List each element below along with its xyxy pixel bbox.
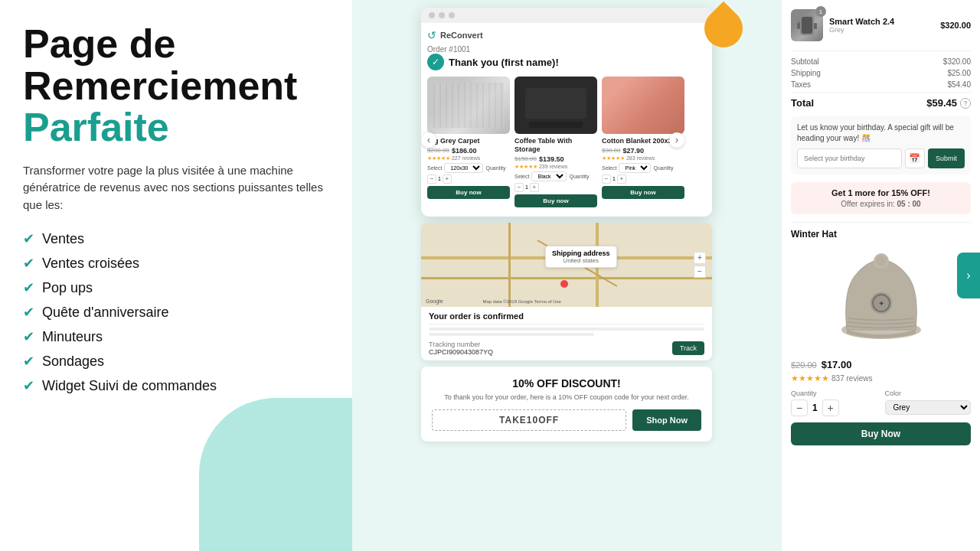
product-name-1: Big Grey Carpet xyxy=(427,137,510,145)
price-row-2: $150.00 $139.50 xyxy=(514,155,597,163)
carousel-left-arrow[interactable]: ‹ xyxy=(421,132,436,148)
birthday-input-row: 📅 Submit xyxy=(797,148,965,168)
birthday-calendar-button[interactable]: 📅 xyxy=(905,148,925,168)
options-row-3: Select Pink Quantity xyxy=(602,163,684,173)
map-zoom-in[interactable]: + xyxy=(694,252,706,264)
hat-color-label: Color xyxy=(885,390,972,397)
map-area: Shipping address United states + − Googl… xyxy=(421,223,712,307)
buy-button-2[interactable]: Buy now xyxy=(514,194,597,207)
total-val: $59.45 xyxy=(926,97,957,109)
birthday-submit-button[interactable]: Submit xyxy=(928,148,965,168)
cart-item-name: Smart Watch 2.4 xyxy=(829,17,934,26)
subtotal-label: Subtotal xyxy=(791,57,819,66)
discount-title: 10% OFF DISCOUNT! xyxy=(432,377,701,390)
list-item: ✔Ventes xyxy=(23,230,329,247)
qty-minus-2[interactable]: − xyxy=(514,183,524,192)
map-zoom-out[interactable]: − xyxy=(694,266,706,278)
hat-image: ✦ xyxy=(831,246,931,353)
left-panel: Page de Remerciement Parfaite Transforme… xyxy=(0,0,352,551)
order-number: Order #1001 xyxy=(427,45,706,54)
product-name-2: Coffee Table With Storage xyxy=(514,137,597,154)
options-row-1: Select 120x30 Quantity xyxy=(427,163,510,173)
hat-buy-button[interactable]: Buy Now xyxy=(791,422,971,445)
taxes-label: Taxes xyxy=(791,80,811,89)
qty-plus-3[interactable]: + xyxy=(617,174,626,184)
check-icon: ✔ xyxy=(23,304,34,321)
summary-subtotal: Subtotal $320.00 xyxy=(791,57,971,66)
summary-total: Total $59.45 ? xyxy=(791,92,971,109)
hat-reviews: 837 reviews xyxy=(831,374,872,383)
product-card-1: Big Grey Carpet $200.00 $186.00 ★★★★★ 22… xyxy=(427,77,510,207)
cart-img-wrapper: 1 xyxy=(791,9,823,41)
center-panel: ↺ ReConvert Order #1001 ✓ Thank you (fir… xyxy=(352,0,781,551)
product-image-blanket xyxy=(602,77,684,134)
birthday-input[interactable] xyxy=(797,148,902,168)
title-line1: Page de xyxy=(23,21,175,66)
check-icon: ✔ xyxy=(23,230,34,247)
check-icon: ✔ xyxy=(23,328,34,345)
qty-ctrl-1: − 1 + xyxy=(427,174,510,184)
qty-minus-3[interactable]: − xyxy=(602,174,611,184)
map-footer: Your order is confirmed Tracking number … xyxy=(421,307,712,360)
check-circle-icon: ✓ xyxy=(427,54,444,70)
tooltip-line2: United states xyxy=(552,257,610,264)
qty-plus-2[interactable]: + xyxy=(530,183,539,192)
product-image-carpet xyxy=(427,77,510,134)
thank-you-row: ✓ Thank you (first name)! xyxy=(427,54,706,70)
price-row-1: $200.00 $186.00 xyxy=(427,147,510,155)
cart-item-price: $320.00 xyxy=(940,21,971,30)
cart-item: 1 Smart Watch 2.4 Grey $320.00 xyxy=(791,9,971,41)
qty-ctrl-2: − 1 + xyxy=(514,183,597,192)
old-price-2: $150.00 xyxy=(514,155,537,162)
qty-val-2: 1 xyxy=(525,184,528,190)
map-pin xyxy=(560,280,568,288)
winter-hat-section: Winter Hat ✦ xyxy=(791,222,971,445)
list-item: ✔Pop ups xyxy=(23,279,329,296)
right-panel: 1 Smart Watch 2.4 Grey $320.00 Subtotal … xyxy=(781,0,980,551)
shop-now-button[interactable]: Shop Now xyxy=(632,409,701,431)
hat-qty-minus[interactable]: − xyxy=(791,399,808,416)
product-select-3[interactable]: Pink xyxy=(619,163,651,173)
stars-1: ★★★★★ 227 reviews xyxy=(427,155,510,161)
discount-section: 10% OFF DISCOUNT! To thank you for your … xyxy=(421,367,712,442)
svg-rect-4 xyxy=(814,23,817,29)
reconvert-header: ↺ ReConvert xyxy=(427,29,706,41)
qty-plus-1[interactable]: + xyxy=(443,174,452,184)
map-controls: + − xyxy=(694,252,706,278)
buy-button-1[interactable]: Buy now xyxy=(427,186,510,199)
old-price-3: $30.00 xyxy=(602,147,620,154)
new-price-2: $139.50 xyxy=(539,155,564,163)
product-card-2: Coffee Table With Storage $150.00 $139.5… xyxy=(514,77,597,207)
order-confirmed: Your order is confirmed xyxy=(429,311,704,324)
old-price-1: $200.00 xyxy=(427,147,449,154)
tracking-label: Tracking number xyxy=(429,341,493,348)
product-select-1[interactable]: 120x30 xyxy=(444,163,483,173)
total-info-icon[interactable]: ? xyxy=(960,98,971,109)
hat-color-select[interactable]: Grey xyxy=(885,400,972,415)
thank-you-text: Thank you (first name)! xyxy=(449,57,559,68)
buy-button-3[interactable]: Buy now xyxy=(602,186,684,199)
coupon-code: TAKE10OFF xyxy=(432,409,626,431)
hat-image-container: ✦ xyxy=(791,246,971,353)
carousel-right-arrow[interactable]: › xyxy=(669,132,684,148)
track-button[interactable]: Track xyxy=(672,341,704,355)
product-select-2[interactable]: Black xyxy=(531,171,567,181)
timer-label: Offer expires in: xyxy=(841,200,894,208)
hat-qty-plus[interactable]: + xyxy=(822,399,839,416)
browser-bar xyxy=(421,8,712,23)
order-summary: Subtotal $320.00 Shipping $25.00 Taxes $… xyxy=(791,51,971,109)
subtotal-val: $320.00 xyxy=(943,57,971,66)
right-scroll-button[interactable]: › xyxy=(957,253,980,298)
qty-val-3: 1 xyxy=(612,176,616,181)
hat-stars: ★★★★★ 837 reviews xyxy=(791,373,971,383)
qty-ctrl-3: − 1 + xyxy=(602,174,684,184)
tracking-number: CJPCI909043087YQ xyxy=(429,348,493,356)
svg-rect-1 xyxy=(802,17,812,34)
svg-rect-3 xyxy=(797,23,800,29)
price-row-3: $30.00 $27.90 xyxy=(602,147,684,155)
products-row: Big Grey Carpet $200.00 $186.00 ★★★★★ 22… xyxy=(427,77,684,207)
browser-content: ↺ ReConvert Order #1001 ✓ Thank you (fir… xyxy=(421,23,712,217)
discount-banner: Get 1 more for 15% OFF! Offer expires in… xyxy=(791,182,971,214)
qty-minus-1[interactable]: − xyxy=(427,174,436,184)
hat-qty-val: 1 xyxy=(812,403,818,413)
